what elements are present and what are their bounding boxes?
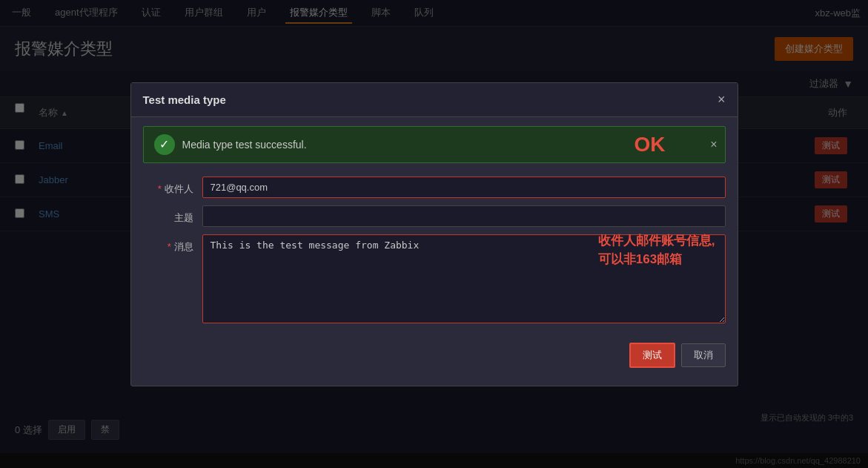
- modal-cancel-button[interactable]: 取消: [681, 343, 726, 367]
- modal-footer: 测试 取消: [131, 335, 738, 371]
- recipient-input[interactable]: [202, 177, 726, 198]
- message-label: * 消息: [143, 234, 202, 254]
- modal-overlay: Test media type × ✓ Media type test succ…: [0, 0, 868, 468]
- success-banner: ✓ Media type test successful. OK ×: [143, 126, 726, 163]
- subject-label: 主题: [143, 205, 202, 225]
- modal-dialog: Test media type × ✓ Media type test succ…: [130, 82, 738, 386]
- modal-title: Test media type: [143, 93, 226, 106]
- recipient-label: * 收件人: [143, 177, 202, 196]
- modal-close-button[interactable]: ×: [718, 92, 726, 108]
- subject-row: 主题 Test subject: [143, 205, 726, 227]
- success-message: Media type test successful.: [182, 139, 307, 151]
- annotation-text: 收件人邮件账号信息, 可以非163邮箱: [598, 231, 715, 269]
- recipient-row: * 收件人: [143, 177, 726, 198]
- success-check-icon: ✓: [154, 134, 175, 155]
- subject-input[interactable]: Test subject: [202, 205, 726, 227]
- message-required-star: *: [168, 241, 171, 252]
- ok-annotation: OK: [635, 133, 666, 156]
- required-star: *: [158, 183, 162, 194]
- modal-test-button[interactable]: 测试: [629, 343, 675, 368]
- banner-close-button[interactable]: ×: [710, 138, 717, 151]
- modal-header: Test media type ×: [131, 83, 738, 117]
